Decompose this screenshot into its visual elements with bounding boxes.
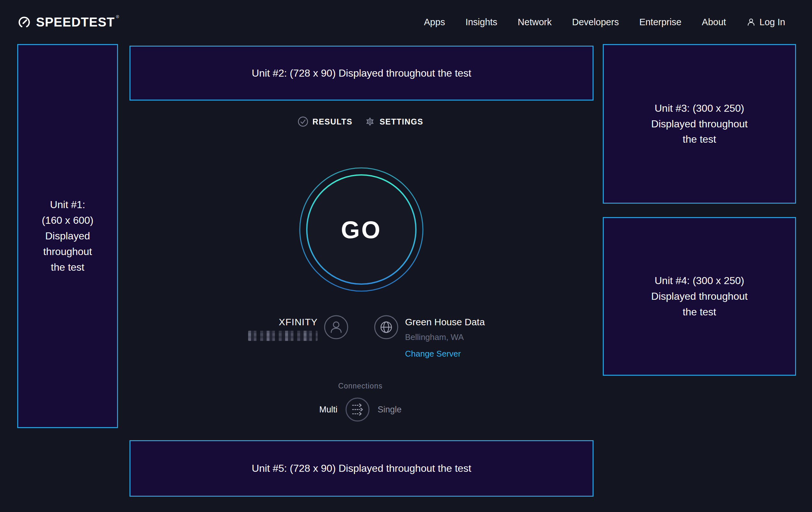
main-nav: Apps Insights Network Developers Enterpr… <box>424 17 785 27</box>
isp-info: XFINITY <box>248 316 318 341</box>
isp-name: XFINITY <box>248 316 318 328</box>
connection-info-row: XFINITY Green House Data Bellingham, WA … <box>118 314 603 384</box>
tab-settings-label: SETTINGS <box>379 117 423 127</box>
speedtest-logo[interactable]: SPEEDTEST® <box>17 15 119 29</box>
nav-item-enterprise[interactable]: Enterprise <box>639 17 681 27</box>
ad-unit-5-text: Unit #5: (728 x 90) Displayed throughout… <box>252 461 471 476</box>
login-button[interactable]: Log In <box>746 17 785 27</box>
ad-unit-3[interactable]: Unit #3: (300 x 250) Displayed throughou… <box>603 44 796 204</box>
ad-unit-4[interactable]: Unit #4: (300 x 250) Displayed throughou… <box>603 217 796 376</box>
ad-unit-2-text: Unit #2: (728 x 90) Displayed throughout… <box>252 65 471 81</box>
nav-item-developers[interactable]: Developers <box>572 17 619 27</box>
tab-results[interactable]: RESULTS <box>297 116 352 127</box>
tab-settings[interactable]: SETTINGS <box>365 116 423 127</box>
gear-icon <box>365 116 375 127</box>
server-info: Green House Data Bellingham, WA Change S… <box>405 316 485 359</box>
change-server-link[interactable]: Change Server <box>405 349 461 359</box>
connections-mode-single[interactable]: Single <box>378 405 402 415</box>
connections-toggle: Multi Single <box>118 397 603 422</box>
trademark-symbol: ® <box>116 15 120 19</box>
server-location: Bellingham, WA <box>405 332 485 342</box>
nav-item-network[interactable]: Network <box>518 17 551 27</box>
ad-unit-5[interactable]: Unit #5: (728 x 90) Displayed throughout… <box>129 440 593 497</box>
connections-mode-multi[interactable]: Multi <box>319 405 338 415</box>
check-circle-icon <box>297 116 309 127</box>
isp-user-icon <box>324 315 349 340</box>
top-nav: SPEEDTEST® Apps Insights Network Develop… <box>0 0 812 44</box>
nav-item-apps[interactable]: Apps <box>424 17 445 27</box>
speedtest-gauge-icon <box>17 15 31 29</box>
ad-unit-2[interactable]: Unit #2: (728 x 90) Displayed throughout… <box>129 46 593 101</box>
view-tabs: RESULTS <box>118 116 603 127</box>
logo-text: SPEEDTEST® <box>36 15 119 29</box>
speedtest-page: SPEEDTEST® Apps Insights Network Develop… <box>0 0 812 512</box>
ad-unit-4-text: Unit #4: (300 x 250) Displayed throughou… <box>651 273 748 320</box>
ad-unit-1-text: Unit #1: (160 x 600) Displayed throughou… <box>42 197 93 275</box>
isp-detail-redacted <box>248 331 318 341</box>
tab-results-label: RESULTS <box>313 117 352 127</box>
go-button-label: GO <box>299 167 424 292</box>
multi-connection-icon[interactable] <box>345 397 370 422</box>
server-name: Green House Data <box>405 316 485 328</box>
user-icon <box>746 17 756 27</box>
ad-unit-1[interactable]: Unit #1: (160 x 600) Displayed throughou… <box>17 44 118 428</box>
go-button[interactable]: GO <box>299 167 424 292</box>
ad-unit-3-text: Unit #3: (300 x 250) Displayed throughou… <box>651 101 748 147</box>
server-globe-icon <box>374 315 399 340</box>
nav-item-insights[interactable]: Insights <box>465 17 497 27</box>
login-label: Log In <box>759 17 785 27</box>
connections-label: Connections <box>118 382 603 390</box>
nav-item-about[interactable]: About <box>702 17 726 27</box>
